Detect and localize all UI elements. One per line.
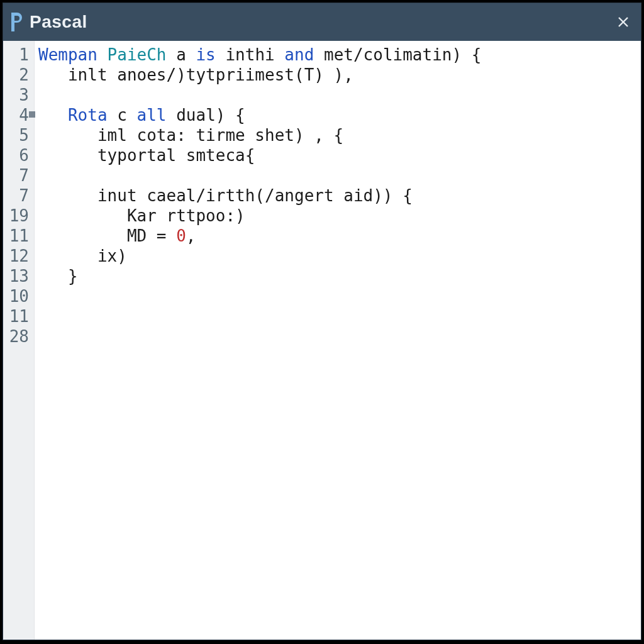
line-number: 2 — [3, 65, 34, 85]
breakpoint-marker — [29, 111, 35, 118]
code-line — [38, 306, 641, 326]
code-line: MD = 0, — [38, 226, 641, 246]
code-line: Kar rttpoo:) — [38, 206, 641, 226]
code-line — [38, 165, 641, 186]
line-number: 1 — [3, 45, 34, 65]
line-number: 5 — [3, 125, 34, 145]
close-icon — [617, 16, 630, 28]
code-line: Rota c all dual) { — [38, 105, 641, 125]
code-line: ix) — [38, 246, 641, 266]
editor-window: Pascal 1234567719111213101128 Wempan Pai… — [3, 3, 641, 640]
line-number: 10 — [3, 286, 34, 306]
line-number: 11 — [3, 306, 34, 326]
line-number: 12 — [3, 246, 34, 266]
line-number: 7 — [3, 186, 34, 206]
code-editor[interactable]: 1234567719111213101128 Wempan PaieCh a i… — [3, 41, 641, 640]
pascal-logo-icon — [8, 11, 25, 33]
line-number: 19 — [3, 206, 34, 226]
line-number: 6 — [3, 145, 34, 165]
code-line — [38, 85, 641, 105]
titlebar: Pascal — [3, 3, 641, 41]
line-number: 11 — [3, 226, 34, 246]
code-line: } — [38, 266, 641, 286]
line-number: 3 — [3, 85, 34, 105]
code-line: Wempan PaieCh a is inthi and met/colimat… — [38, 45, 641, 65]
code-line: typortal smteca{ — [38, 145, 641, 165]
line-number: 4 — [3, 105, 34, 125]
close-button[interactable] — [614, 13, 632, 31]
code-line — [38, 286, 641, 306]
code-line: iml cota: tirme shet) , { — [38, 125, 641, 145]
code-line: inut caeal/irtth(/angert aid)) { — [38, 186, 641, 206]
code-line: inlt anoes/)tytpriimest(T) ), — [38, 65, 641, 85]
tab-title: Pascal — [30, 12, 87, 32]
code-area[interactable]: Wempan PaieCh a is inthi and met/colimat… — [35, 41, 641, 640]
line-number: 28 — [3, 326, 34, 347]
line-number-gutter: 1234567719111213101128 — [3, 41, 35, 640]
code-line — [38, 326, 641, 347]
line-number: 13 — [3, 266, 34, 286]
line-number: 7 — [3, 165, 34, 186]
